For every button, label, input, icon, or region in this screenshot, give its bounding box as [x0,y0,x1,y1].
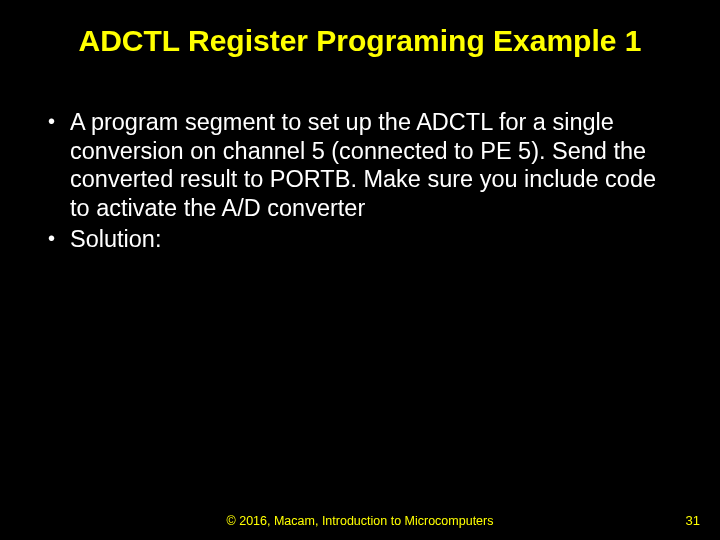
bullet-text: Solution: [70,226,161,252]
bullet-list: A program segment to set up the ADCTL fo… [42,108,672,253]
bullet-text: A program segment to set up the ADCTL fo… [70,109,656,221]
slide-title: ADCTL Register Programing Example 1 [0,24,720,58]
slide-body: A program segment to set up the ADCTL fo… [42,108,672,255]
slide: ADCTL Register Programing Example 1 A pr… [0,0,720,540]
footer-copyright: © 2016, Macam, Introduction to Microcomp… [0,514,720,528]
list-item: A program segment to set up the ADCTL fo… [42,108,672,223]
list-item: Solution: [42,225,672,254]
page-number: 31 [686,513,700,528]
